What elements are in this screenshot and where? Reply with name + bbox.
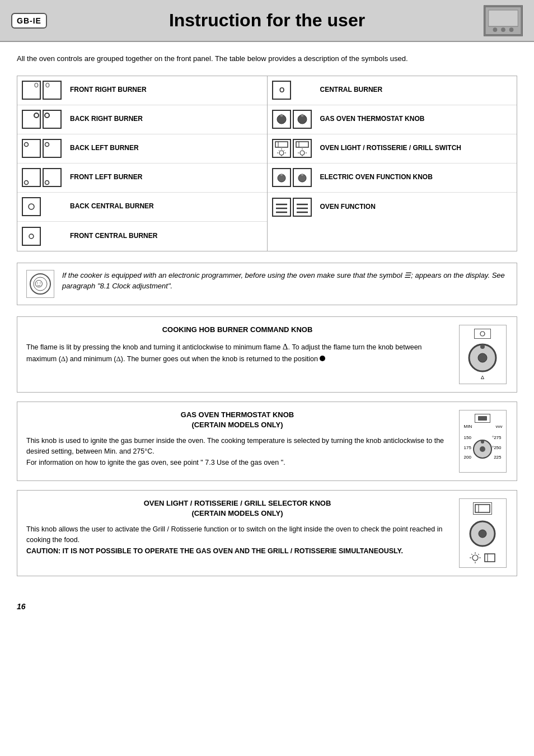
central-burner-icon: O xyxy=(272,81,291,100)
svg-point-15 xyxy=(25,143,29,147)
svg-rect-35 xyxy=(275,142,288,147)
back-central-burner-label: BACK CENTRAL BURNER xyxy=(70,202,154,211)
grill-bottom-icons xyxy=(469,552,496,564)
svg-rect-24 xyxy=(22,227,40,245)
gas-oven-section: GAS OVEN THERMOSTAT KNOB(CERTAIN MODELS … xyxy=(17,402,517,481)
burner-icon-9 xyxy=(22,197,41,216)
front-left-burner-icons xyxy=(22,168,64,187)
page-header: GB-IE Instruction for the user xyxy=(0,0,534,42)
svg-rect-16 xyxy=(43,139,61,157)
symbol-gas-thermostat: GAS OVEN THERMOSTAT KNOB xyxy=(268,105,517,134)
symbols-left-col: O O FRONT RIGHT BURNER xyxy=(17,76,267,251)
page-number: 16 xyxy=(0,596,534,617)
cooking-hob-diagram: Δ xyxy=(457,325,508,384)
svg-point-33 xyxy=(301,114,303,117)
central-burner-label: CENTRAL BURNER xyxy=(320,86,383,95)
svg-text:O: O xyxy=(45,82,50,88)
grill-knob-svg xyxy=(466,517,499,550)
oven-function-label: OVEN FUNCTION xyxy=(320,203,376,212)
gas-oven-diagram: MIN 150 175 200 vvv °275 °250 225 xyxy=(457,410,508,473)
svg-point-37 xyxy=(279,151,284,155)
symbol-back-left-burner: BACK LEFT BURNER xyxy=(17,134,267,164)
svg-point-54 xyxy=(280,174,283,176)
svg-line-86 xyxy=(471,554,472,555)
central-burner-icons: O xyxy=(272,81,315,100)
svg-rect-45 xyxy=(296,142,308,147)
page-title: Instruction for the user xyxy=(169,10,365,31)
svg-line-87 xyxy=(478,554,479,555)
svg-rect-77 xyxy=(475,505,490,512)
symbol-front-central-burner: FRONT CENTRAL BURNER xyxy=(17,222,267,251)
cooking-hob-section: COOKING HOB BURNER COMMAND KNOB The flam… xyxy=(17,316,517,393)
note-box: ☺ If the cooker is equipped with an elec… xyxy=(17,263,517,305)
svg-point-11 xyxy=(34,113,39,118)
svg-point-57 xyxy=(301,174,303,176)
back-left-burner-label: BACK LEFT BURNER xyxy=(70,144,139,153)
svg-text:O: O xyxy=(279,86,284,94)
thermostat-scale: MIN 150 175 200 vvv °275 °250 225 xyxy=(463,424,503,469)
grill-top-icon xyxy=(473,502,492,515)
svg-point-3 xyxy=(501,27,505,32)
svg-point-30 xyxy=(280,114,283,117)
burner-icon-6 xyxy=(43,139,62,158)
thermostat-icon-2 xyxy=(293,110,312,129)
svg-point-19 xyxy=(25,181,29,185)
burner-icon-7 xyxy=(22,168,41,187)
burner-icon-1: O xyxy=(22,81,41,100)
note-icon: ☺ xyxy=(26,270,54,298)
symbol-front-right-burner: O O FRONT RIGHT BURNER xyxy=(17,76,267,105)
cooking-hob-content: COOKING HOB BURNER COMMAND KNOB The flam… xyxy=(26,325,448,384)
svg-point-81 xyxy=(472,555,478,561)
electric-knob-icon-1 xyxy=(272,168,291,187)
back-right-burner-label: BACK RIGHT BURNER xyxy=(70,115,143,124)
svg-point-2 xyxy=(493,27,498,32)
gas-oven-title: GAS OVEN THERMOSTAT KNOB(CERTAIN MODELS … xyxy=(26,410,448,430)
svg-point-69 xyxy=(480,332,485,336)
svg-rect-1 xyxy=(489,10,518,26)
gas-thermostat-icons xyxy=(272,110,315,129)
front-right-burner-icons: O O xyxy=(22,81,64,100)
symbol-oven-function: OVEN FUNCTION xyxy=(268,193,517,222)
main-content: All the oven controls are grouped togeth… xyxy=(0,42,534,596)
header-image xyxy=(484,5,523,36)
burner-icon-2: O xyxy=(43,81,62,100)
oven-light-content: OVEN LIGHT / ROTISSERIE / GRILL SELECTOR… xyxy=(26,498,448,568)
oven-light-diagram xyxy=(457,498,508,568)
back-left-burner-icons xyxy=(22,139,64,158)
oven-function-icons xyxy=(272,198,315,217)
cooking-hob-body: The flame is lit by pressing the knob an… xyxy=(26,340,448,365)
electric-oven-icons xyxy=(272,168,315,187)
note-text: If the cooker is equipped with an electr… xyxy=(62,270,508,292)
electric-knob-icon-2 xyxy=(293,168,312,187)
svg-point-76 xyxy=(481,440,484,444)
symbol-electric-oven-knob: ELECTRIC OVEN FUNCTION KNOB xyxy=(268,164,517,193)
symbol-central-burner: O CENTRAL BURNER xyxy=(268,76,517,105)
svg-rect-22 xyxy=(22,198,40,216)
electric-oven-knob-label: ELECTRIC OVEN FUNCTION KNOB xyxy=(320,173,433,182)
thermostat-top-indicator xyxy=(475,414,490,423)
oven-light-body: This knob allows the user to activate th… xyxy=(26,524,448,557)
filled-circle-icon xyxy=(320,356,325,361)
burner-icon-4 xyxy=(43,110,62,129)
svg-point-13 xyxy=(45,113,49,118)
burner-icon-5 xyxy=(22,139,41,158)
front-left-burner-label: FRONT LEFT BURNER xyxy=(70,173,142,182)
svg-point-25 xyxy=(29,234,34,239)
oven-function-icon-2 xyxy=(293,198,312,217)
burner-icon-8 xyxy=(43,168,62,187)
svg-point-17 xyxy=(45,143,49,147)
symbols-right-col: O CENTRAL BURNER xyxy=(268,76,517,251)
front-central-burner-label: FRONT CENTRAL BURNER xyxy=(70,232,157,241)
svg-rect-73 xyxy=(478,416,487,421)
symbol-oven-light-switch: OVEN LIGHT / ROTISSERIE / GRILL SWITCH xyxy=(268,134,517,164)
svg-text:☺: ☺ xyxy=(32,276,45,290)
front-right-burner-label: FRONT RIGHT BURNER xyxy=(70,86,147,95)
oven-light-icons xyxy=(272,139,315,158)
svg-rect-88 xyxy=(485,554,495,562)
symbol-back-right-burner: BACK RIGHT BURNER xyxy=(17,105,267,134)
oven-light-label: OVEN LIGHT / ROTISSERIE / GRILL SWITCH xyxy=(320,144,461,153)
back-right-burner-icons xyxy=(22,110,64,129)
svg-point-4 xyxy=(509,27,514,32)
symbols-table: O O FRONT RIGHT BURNER xyxy=(17,76,517,251)
svg-point-21 xyxy=(45,181,49,185)
